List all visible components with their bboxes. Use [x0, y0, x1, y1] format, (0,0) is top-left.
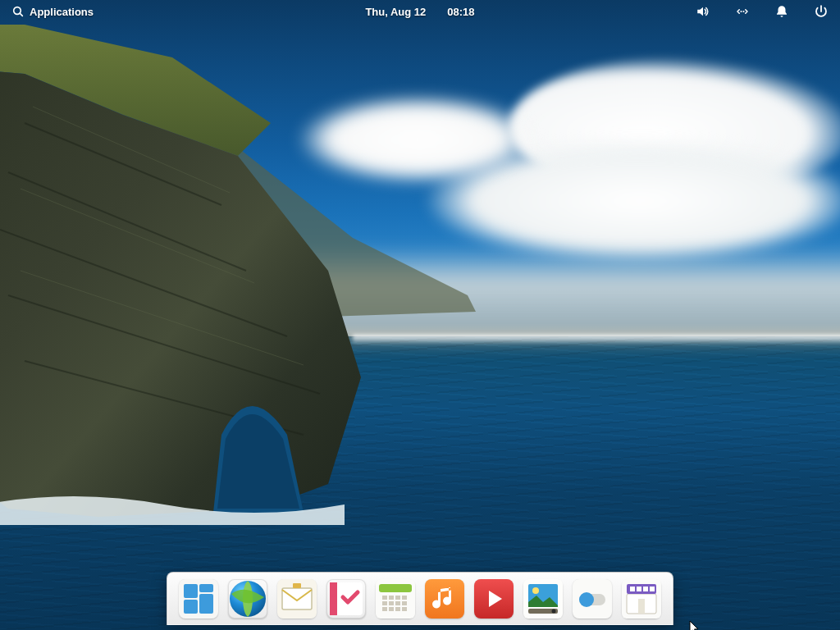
svg-rect-19 [379, 584, 412, 592]
power-icon [814, 4, 829, 19]
svg-rect-4 [184, 584, 198, 598]
dock-app-tasks[interactable] [326, 579, 366, 619]
volume-icon [696, 4, 710, 19]
svg-point-14 [332, 587, 335, 590]
session-indicator[interactable] [810, 4, 832, 19]
svg-rect-48 [650, 587, 655, 591]
svg-rect-10 [282, 588, 312, 609]
svg-point-16 [332, 600, 335, 603]
dock-app-multitasking[interactable] [179, 579, 218, 619]
svg-rect-29 [389, 607, 394, 611]
panel-date[interactable]: Thu, Aug 12 [362, 6, 429, 18]
svg-rect-20 [382, 596, 387, 600]
wallpaper-cloud-band [164, 246, 840, 345]
dock-app-appcenter[interactable] [622, 579, 661, 619]
cursor-icon [689, 620, 701, 630]
svg-rect-23 [402, 596, 407, 600]
notifications-indicator[interactable] [771, 4, 792, 19]
svg-rect-27 [402, 601, 407, 605]
svg-rect-7 [184, 600, 198, 614]
svg-point-2 [742, 11, 744, 12]
top-panel: Applications Thu, Aug 12 08:18 [0, 0, 840, 23]
svg-rect-45 [630, 587, 635, 591]
applications-menu[interactable]: Applications [8, 0, 97, 23]
svg-rect-21 [389, 596, 394, 600]
dock-app-settings[interactable] [573, 579, 612, 619]
wallpaper-surf [353, 335, 840, 345]
wallpaper-cloud [295, 94, 541, 185]
network-indicator[interactable] [732, 4, 753, 19]
svg-point-17 [332, 607, 335, 609]
svg-rect-22 [395, 596, 400, 600]
svg-rect-28 [382, 607, 387, 611]
svg-rect-6 [199, 594, 213, 614]
svg-point-36 [532, 587, 539, 594]
svg-rect-31 [402, 607, 407, 611]
svg-point-38 [552, 609, 556, 614]
dock-app-calendar[interactable] [376, 579, 415, 619]
svg-rect-24 [382, 601, 387, 605]
search-icon [11, 5, 25, 18]
svg-point-15 [332, 594, 335, 596]
svg-rect-46 [637, 587, 641, 591]
svg-rect-13 [330, 582, 337, 615]
dock-app-videos[interactable] [474, 579, 514, 619]
network-icon [735, 4, 750, 19]
svg-rect-5 [199, 584, 213, 592]
sound-indicator[interactable] [692, 4, 714, 19]
svg-point-1 [740, 11, 742, 12]
svg-rect-26 [395, 601, 400, 605]
svg-rect-25 [389, 601, 394, 605]
svg-point-41 [579, 592, 594, 607]
panel-time[interactable]: 08:18 [444, 6, 477, 18]
svg-rect-11 [293, 583, 301, 588]
svg-rect-49 [638, 599, 645, 614]
dock-app-web[interactable] [228, 579, 267, 619]
bell-icon [774, 4, 789, 19]
dock [167, 572, 673, 625]
svg-rect-47 [643, 587, 648, 591]
dock-app-music[interactable] [425, 579, 464, 619]
dock-app-mail[interactable] [277, 579, 317, 619]
applications-label: Applications [30, 6, 94, 18]
svg-rect-30 [395, 607, 400, 611]
dock-app-photos[interactable] [523, 579, 563, 619]
